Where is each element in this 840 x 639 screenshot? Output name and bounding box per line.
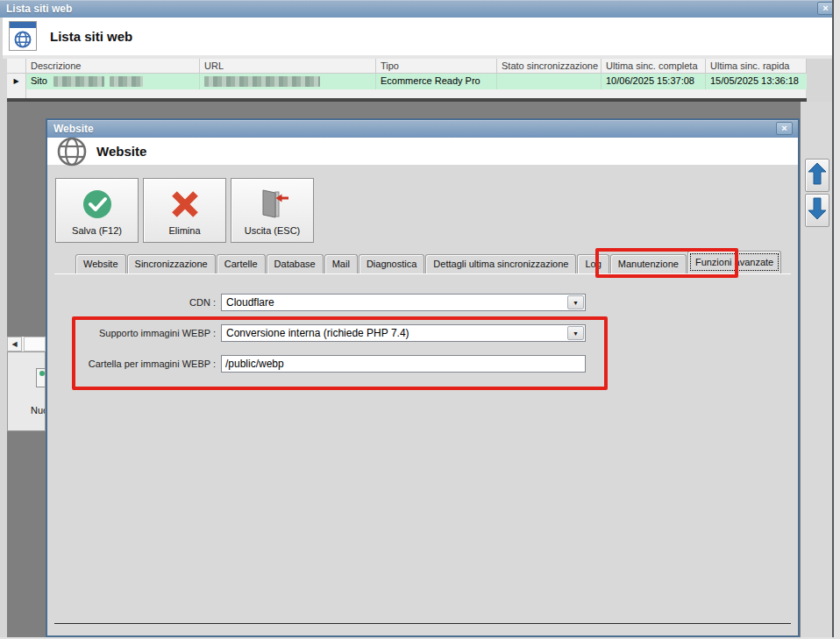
scrollbar-thumb[interactable]: [24, 337, 46, 351]
move-down-button[interactable]: [805, 194, 829, 227]
tab-website[interactable]: Website: [75, 254, 126, 273]
tab-sincronizzazione[interactable]: Sincronizzazione: [127, 254, 216, 273]
arrow-down-icon: [808, 196, 827, 224]
partial-new-button[interactable]: Nuo: [31, 405, 46, 415]
save-button[interactable]: Salva (F12): [55, 178, 139, 243]
globe-icon: [9, 21, 37, 51]
chevron-down-icon[interactable]: ▼: [567, 295, 584, 309]
bottom-left-panel: Nuo: [7, 351, 46, 431]
table-row-cell-url[interactable]: [200, 74, 376, 89]
cdn-label: CDN :: [65, 294, 216, 311]
row-selector[interactable]: ▶: [7, 74, 26, 89]
webp-support-select-value: Conversione interna (richiede PHP 7.4): [226, 325, 567, 341]
tab-diagnostica[interactable]: Diagnostica: [359, 254, 424, 273]
row-selector-icon: ▶: [13, 77, 18, 85]
tab-cartelle[interactable]: Cartelle: [217, 254, 266, 273]
dialog-header-title: Website: [96, 144, 146, 159]
dialog-titlebar[interactable]: Website: [47, 120, 798, 138]
column-header-url[interactable]: URL: [200, 59, 376, 74]
table-row-cell-tipo[interactable]: Ecommerce Ready Pro: [376, 74, 497, 89]
exit-button-label: Uscita (ESC): [231, 225, 313, 236]
scroll-left-button[interactable]: ◀: [7, 337, 22, 351]
horizontal-scrollbar[interactable]: ◀: [7, 337, 46, 351]
delete-button-label: Elimina: [144, 225, 225, 236]
arrow-up-icon: [808, 161, 827, 189]
dialog-header: Website: [47, 138, 798, 165]
move-up-button[interactable]: [805, 159, 829, 192]
table-corner-cell: [7, 59, 26, 74]
tab-database[interactable]: Database: [267, 254, 324, 273]
website-table[interactable]: Descrizione URL Tipo Stato sincronizzazi…: [7, 59, 807, 98]
chevron-down-icon[interactable]: ▼: [567, 326, 584, 340]
redacted-site-name-2: [110, 76, 143, 87]
delete-button[interactable]: Elimina: [143, 178, 226, 243]
column-header-ultima-completa[interactable]: Ultima sinc. completa: [602, 59, 706, 74]
redacted-site-name: [53, 76, 104, 87]
page-title: Lista siti web: [50, 29, 132, 44]
tab-mail[interactable]: Mail: [324, 254, 358, 273]
close-icon: ×: [822, 3, 828, 13]
column-header-descrizione[interactable]: Descrizione: [26, 59, 200, 74]
main-window-title: Lista siti web: [6, 3, 72, 15]
tab-manutenzione[interactable]: Manutenzione: [610, 254, 687, 273]
cdn-select-value: Cloudflare: [226, 295, 567, 310]
webp-support-label: Supporto immagini WEBP :: [65, 324, 216, 342]
window-right-edge: [834, 0, 840, 639]
webp-support-select[interactable]: Conversione interna (richiede PHP 7.4) ▼: [221, 324, 586, 342]
scroll-left-icon: ◀: [11, 340, 17, 348]
globe-outline-icon: [56, 136, 88, 171]
save-button-label: Salva (F12): [56, 225, 138, 236]
partial-button-icon: [36, 368, 46, 387]
dialog-close-button[interactable]: ×: [776, 122, 793, 135]
exit-button[interactable]: Uscita (ESC): [231, 178, 314, 243]
table-row-cell-descrizione[interactable]: Sito: [26, 74, 200, 89]
tab-funzioni-avanzate[interactable]: Funzioni avanzate: [687, 251, 781, 273]
redacted-url: [204, 76, 320, 87]
column-header-tipo[interactable]: Tipo: [376, 59, 497, 74]
site-name-prefix: Sito: [31, 75, 47, 86]
website-dialog: Website × Website Salva (F12): [46, 118, 800, 637]
exit-door-icon: [231, 188, 313, 220]
dialog-title: Website: [53, 123, 94, 135]
webp-folder-input[interactable]: [225, 357, 581, 371]
main-window-titlebar[interactable]: Lista siti web: [0, 0, 840, 18]
dialog-tab-strip: Website Sincronizzazione Cartelle Databa…: [75, 252, 782, 273]
tab-baseline: [54, 273, 791, 274]
table-row-cell-stato[interactable]: [497, 74, 602, 89]
empty-row-selector: [7, 89, 26, 98]
tab-dettagli-ultima-sincronizzazione[interactable]: Dettagli ultima sincronizzazione: [425, 254, 576, 273]
red-x-icon: [144, 188, 225, 220]
table-row-cell-ultima-completa[interactable]: 10/06/2025 15:37:08: [602, 74, 706, 89]
check-circle-icon: [56, 188, 138, 220]
table-row-cell-ultima-rapida[interactable]: 15/05/2025 13:36:18: [706, 74, 807, 89]
column-header-ultima-rapida[interactable]: Ultima sinc. rapida: [706, 59, 807, 74]
webp-folder-label: Cartella per immagini WEBP :: [65, 355, 216, 373]
column-header-stato[interactable]: Stato sincronizzazione: [497, 59, 602, 74]
empty-row: [26, 89, 807, 98]
dialog-bottom-separator: [54, 623, 791, 625]
close-icon: ×: [781, 123, 787, 133]
webp-folder-field[interactable]: [221, 355, 586, 373]
cdn-select[interactable]: Cloudflare ▼: [221, 294, 586, 311]
tab-log[interactable]: Log: [577, 254, 609, 273]
